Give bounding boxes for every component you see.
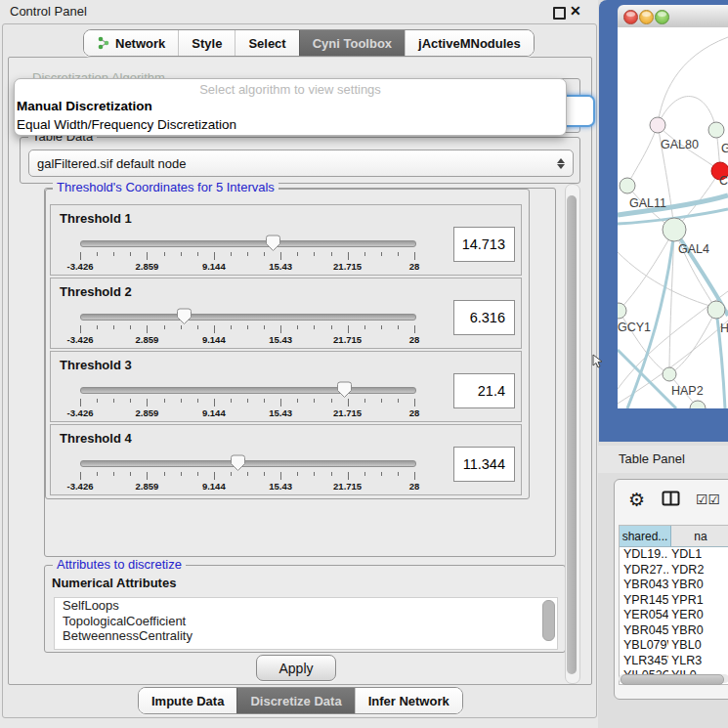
network-node[interactable] [650,117,665,133]
network-node[interactable] [663,218,686,241]
table-row[interactable]: YDL19...YDL1 [620,547,728,563]
bottom-tab-infer-network[interactable]: Infer Network [355,688,462,713]
attribute-item[interactable]: TopologicalCoefficient [55,614,557,629]
attribute-item[interactable]: SelfLoops [55,598,557,614]
mouse-cursor-icon [592,354,604,369]
table-column-header[interactable]: shared... [620,526,671,546]
threshold-value-field[interactable]: 21.4 [453,373,515,408]
table-row[interactable]: YDR27...YDR2 [620,563,728,578]
network-window-titlebar[interactable] [618,5,728,28]
window-close-icon[interactable] [623,10,638,24]
table-hscrollbar-thumb[interactable] [621,674,724,685]
attributes-group-label: Attributes to discretize [53,557,186,572]
threshold-value-field[interactable]: 6.316 [453,300,515,335]
network-edge [627,125,658,186]
window-minimize-icon[interactable] [639,10,654,24]
tab-label: jActiveMNodules [418,36,521,51]
threshold-value-field[interactable]: 14.713 [453,227,515,262]
algorithm-option[interactable]: Equal Width/Frequency Discretization [15,115,566,134]
threshold-value-field[interactable]: 11.344 [453,447,515,482]
network-edge [658,97,716,130]
table-body: YDL19...YDL1YDR27...YDR2YBR043CYBR0YPR14… [620,547,728,684]
algorithm-option[interactable]: Manual Discretization [15,97,566,115]
table-cell-shared-name: YLR345W [620,654,668,669]
network-node-label: GAL80 [661,138,699,151]
tab-select[interactable]: Select [235,30,298,56]
threshold-slider-thumb[interactable] [176,308,193,325]
gear-icon[interactable]: ⚙ [628,489,645,511]
table-row[interactable]: YBR043CYBR0 [620,578,728,593]
slider-ticks [80,399,414,407]
tab-label: Select [248,36,285,51]
slider-tick-labels: -3.4262.8599.14415.4321.71528 [80,407,414,419]
interval-definition-group: Interval Definition Number of Intervals … [44,188,556,557]
threshold-label: Threshold 3 [60,358,132,372]
table-panel-title: Table Panel [619,451,685,466]
table-cell-shared-name: YPR145W [620,593,668,609]
table-panel: ⚙ ☑☑ shared...na YDL19...YDL1YDR27...YDR… [614,479,728,700]
network-node-label: GCY1 [618,321,651,334]
bottom-tab-impute-data[interactable]: Impute Data [139,688,236,713]
table-hscrollbar-track[interactable] [619,674,728,683]
table-data-value: galFiltered.sif default node [37,156,186,171]
table-cell-name: YBL0 [668,638,728,654]
node-table[interactable]: shared...na YDL19...YDL1YDR27...YDR2YBR0… [619,525,728,685]
network-node-label: GA [721,142,728,155]
table-row[interactable]: YLR345WYLR3 [620,654,728,669]
threshold-slider-track[interactable] [80,387,416,394]
tab-label: Style [192,36,222,51]
attribute-item[interactable]: BetweennessCentrality [55,628,557,644]
tab-jactivemnodules[interactable]: jActiveMNodules [405,30,534,56]
attributes-list-scrollbar[interactable] [542,600,555,641]
network-canvas[interactable]: GAL80GACGAL11GAL4GCY1HHAP2 [618,27,728,408]
control-panel-tabstrip: NetworkStyleSelectCyni ToolboxjActiveMNo… [83,29,535,57]
threshold-slider-thumb[interactable] [230,454,246,472]
table-row[interactable]: YBL079WYBL0 [620,638,728,654]
table-toolbar: ⚙ ☑☑ [615,480,728,523]
thresholds-coordinates-label: Threshold's Coordinates for 5 Intervals [53,180,278,194]
threshold-slider-track[interactable] [80,240,416,247]
threshold-label: Threshold 2 [60,284,132,299]
network-node[interactable] [708,122,724,138]
close-icon[interactable]: ✕ [570,3,581,19]
table-row[interactable]: YER054CYER0 [620,608,728,623]
checkbox-select-icons[interactable]: ☑☑ [696,492,720,507]
table-cell-name: YDR2 [668,563,728,578]
threshold-slider-track[interactable] [80,314,416,321]
column-layout-icon[interactable] [662,491,681,507]
table-row[interactable]: YPR145WYPR1 [620,593,728,609]
network-edge [669,310,716,374]
threshold-slider-track[interactable] [80,460,416,467]
table-cell-shared-name: YDL19... [620,547,668,563]
bottom-tab-discretize-data[interactable]: Discretize Data [236,688,354,713]
network-view-window[interactable]: GAL80GACGAL11GAL4GCY1HHAP2 [599,0,728,442]
slider-tick-labels: -3.4262.8599.14415.4321.71528 [80,334,414,346]
float-window-icon[interactable] [553,7,566,20]
algorithm-options: Manual DiscretizationEqual Width/Frequen… [15,97,566,134]
network-node-label: C [719,174,728,188]
control-panel-title: Control Panel [10,4,87,19]
panel-scrollbar-thumb[interactable] [567,195,577,674]
table-cell-name: YPR1 [668,593,728,609]
table-data-group: Table Data galFiltered.sif default node [20,137,580,184]
threshold-slider-thumb[interactable] [265,235,281,252]
numerical-attributes-list[interactable]: SelfLoopsTopologicalCoefficientBetweenne… [54,597,558,650]
network-node[interactable] [707,301,725,319]
table-data-combobox[interactable]: galFiltered.sif default node [28,150,574,177]
network-node[interactable] [620,178,635,193]
algorithm-placeholder: Select algorithm to view settings [15,79,566,97]
table-column-header[interactable]: na [671,526,728,546]
control-panel: Control Panel ✕ NetworkStyleSelectCyni T… [0,0,598,728]
tab-cyni-toolbox[interactable]: Cyni Toolbox [299,30,405,56]
table-cell-name: YBR0 [668,578,728,593]
tab-network[interactable]: Network [84,30,178,56]
table-row[interactable]: YBR045CYBR0 [620,623,728,639]
tab-label: Cyni Toolbox [313,36,392,51]
apply-button[interactable]: Apply [256,655,336,681]
tab-style[interactable]: Style [178,30,235,56]
network-node[interactable] [663,367,676,381]
slider-tick-labels: -3.4262.8599.14415.4321.71528 [80,481,414,492]
window-zoom-icon[interactable] [655,10,669,24]
threshold-slider-thumb[interactable] [336,381,353,399]
network-node[interactable] [618,303,626,319]
